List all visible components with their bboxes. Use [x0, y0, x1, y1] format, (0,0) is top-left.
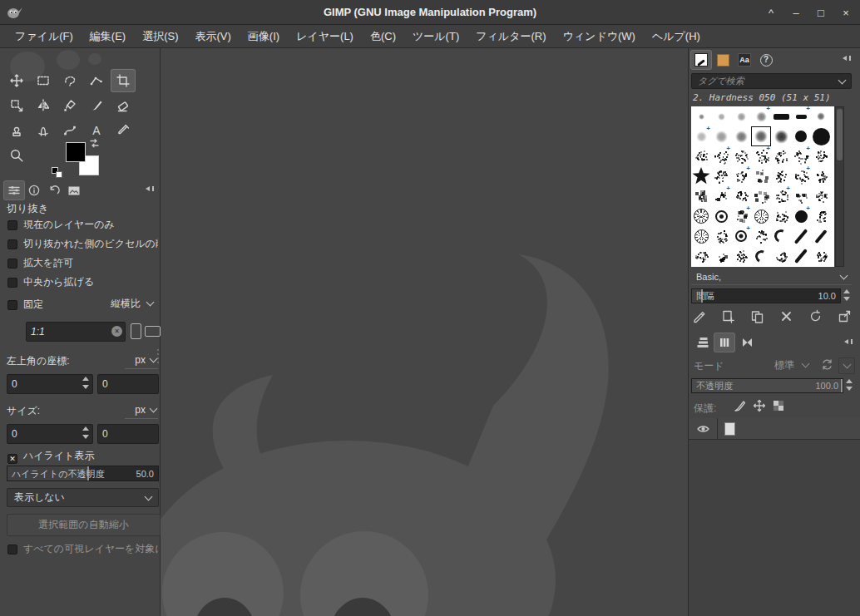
lock-alpha-button[interactable]	[772, 399, 785, 416]
refresh-brushes-button[interactable]	[808, 309, 823, 327]
brush-item[interactable]	[771, 226, 791, 246]
layer-mode-dropdown[interactable]: 標準	[729, 356, 812, 374]
brush-item[interactable]	[771, 166, 791, 186]
brush-item[interactable]	[751, 126, 771, 146]
brush-item[interactable]	[731, 186, 751, 206]
brush-item[interactable]	[811, 146, 831, 166]
brush-item[interactable]	[811, 166, 831, 186]
brush-grid-scrollbar[interactable]	[835, 106, 844, 267]
portrait-orientation-icon[interactable]	[131, 323, 141, 339]
lock-pixels-button[interactable]	[732, 398, 747, 416]
tab-device-status[interactable]	[24, 181, 44, 200]
brush-item[interactable]	[791, 126, 811, 146]
layer-list[interactable]	[689, 418, 860, 616]
brush-item[interactable]	[711, 126, 731, 146]
brush-item[interactable]: +	[791, 106, 811, 126]
opacity-spin-down[interactable]	[846, 387, 853, 391]
tool-bucket-fill[interactable]	[58, 95, 82, 116]
checkbox-highlight[interactable]: ✕	[7, 450, 17, 465]
opacity-spin-up[interactable]	[846, 379, 853, 383]
lock-position-button[interactable]	[752, 398, 767, 416]
position-x-spin-down[interactable]	[82, 385, 89, 389]
slider-handle[interactable]	[841, 379, 843, 392]
brush-item[interactable]	[711, 166, 731, 186]
layer-row[interactable]	[689, 418, 860, 440]
brush-item[interactable]	[691, 166, 711, 186]
layer-opacity-slider[interactable]: 不透明度 100.0	[691, 378, 843, 393]
brush-item[interactable]	[691, 186, 711, 206]
clear-ratio-icon[interactable]: ✕	[111, 326, 122, 337]
brush-item[interactable]: +	[691, 126, 711, 146]
foreground-color-swatch[interactable]	[66, 142, 86, 162]
tool-color-picker[interactable]	[111, 120, 135, 141]
tool-free-select[interactable]	[58, 70, 82, 91]
shade-button[interactable]: ^	[765, 7, 777, 19]
duplicate-brush-button[interactable]	[750, 309, 764, 327]
brush-item[interactable]	[811, 186, 831, 206]
swap-colors-icon[interactable]	[88, 138, 101, 149]
brush-item[interactable]	[811, 206, 831, 226]
brush-item[interactable]: +	[791, 166, 811, 186]
brush-item[interactable]	[711, 106, 731, 126]
menu-layer[interactable]: レイヤー(L)	[288, 25, 362, 48]
brush-item[interactable]: +	[751, 146, 771, 166]
tool-flip[interactable]	[32, 95, 55, 116]
tool-rectangle-select[interactable]	[32, 70, 55, 91]
layer-thumbnail[interactable]	[724, 421, 736, 436]
checkbox-delete-pixels[interactable]	[7, 238, 17, 253]
checkbox-fixed[interactable]	[7, 298, 17, 313]
tab-channels[interactable]	[714, 333, 734, 352]
size-width-input[interactable]	[7, 424, 93, 444]
spacing-spin-up[interactable]	[843, 289, 850, 293]
position-x-input[interactable]	[7, 374, 93, 394]
brush-item[interactable]	[791, 246, 811, 266]
guides-dropdown[interactable]: 表示しない	[7, 488, 159, 507]
mode-switch-button[interactable]	[820, 357, 834, 375]
tab-tool-options[interactable]	[4, 181, 24, 200]
brush-item[interactable]	[691, 206, 711, 226]
brush-item[interactable]	[691, 246, 711, 266]
brush-item[interactable]	[791, 186, 811, 206]
size-width-spin-up[interactable]	[82, 426, 89, 431]
minimize-button[interactable]: –	[790, 7, 802, 19]
brush-item[interactable]	[691, 226, 711, 246]
brush-item[interactable]	[771, 126, 791, 146]
brush-item[interactable]	[711, 246, 731, 266]
tab-brushes[interactable]	[691, 51, 711, 69]
brush-item[interactable]: +	[731, 166, 751, 186]
layers-dock-menu-button[interactable]	[843, 337, 855, 347]
brush-item[interactable]	[751, 226, 771, 246]
brush-item[interactable]: +	[751, 106, 771, 126]
brush-item[interactable]	[811, 106, 831, 126]
menu-file[interactable]: ファイル(F)	[7, 25, 82, 48]
brush-item[interactable]: +	[791, 206, 811, 226]
tool-zoom[interactable]	[5, 145, 28, 166]
tab-document-history[interactable]: ?	[756, 51, 776, 69]
tag-filter-dropdown[interactable]: Basic,	[691, 269, 852, 285]
size-unit-dropdown[interactable]: px	[125, 401, 158, 419]
size-width-spin-down[interactable]	[82, 435, 89, 439]
auto-shrink-button[interactable]: 選択範囲の自動縮小	[7, 514, 161, 536]
titlebar[interactable]: GIMP (GNU Image Manipulation Program) ^ …	[0, 0, 860, 25]
visibility-toggle[interactable]	[696, 423, 710, 435]
size-height-input[interactable]	[97, 424, 159, 444]
tab-layers[interactable]	[693, 333, 713, 352]
menu-colors[interactable]: 色(C)	[362, 25, 404, 48]
tab-paths[interactable]	[737, 333, 757, 352]
brush-item[interactable]: +	[791, 146, 811, 166]
position-y-input[interactable]	[97, 374, 159, 394]
left-dock-resize-grip[interactable]	[157, 349, 159, 363]
brush-item[interactable]	[691, 106, 711, 126]
checkbox-current-layer[interactable]	[7, 219, 17, 234]
new-brush-button[interactable]	[721, 309, 735, 327]
brush-item[interactable]	[711, 206, 731, 226]
dock-menu-button[interactable]	[144, 184, 156, 194]
brush-item[interactable]	[751, 166, 771, 186]
menu-filters[interactable]: フィルター(R)	[467, 25, 554, 48]
brush-item[interactable]	[771, 106, 791, 126]
brush-item[interactable]	[731, 126, 751, 146]
brush-item[interactable]	[771, 246, 791, 266]
brush-item[interactable]	[811, 126, 831, 146]
brush-item[interactable]	[751, 246, 771, 266]
fixed-type-dropdown[interactable]: 縦横比	[75, 295, 158, 312]
